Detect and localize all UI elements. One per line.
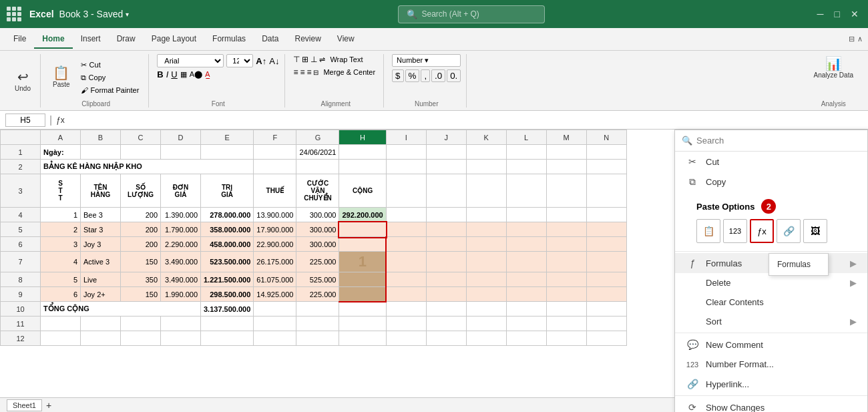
cell-a5[interactable]: 2 — [41, 222, 81, 237]
tab-data[interactable]: Data — [254, 30, 286, 49]
cell-n9[interactable] — [586, 287, 626, 302]
col-header-l[interactable]: L — [506, 130, 546, 145]
align-bottom-button[interactable]: ⊥ — [310, 54, 317, 65]
cell-h7[interactable]: 1 — [339, 252, 386, 272]
cell-f1[interactable] — [254, 145, 296, 160]
cell-g9[interactable]: 225.000 — [296, 287, 339, 302]
context-menu-delete[interactable]: Delete ▶ — [675, 273, 867, 292]
cell-e9[interactable]: 298.500.000 — [201, 287, 254, 302]
context-menu-sort[interactable]: Sort ▶ — [675, 312, 867, 331]
cell-d9[interactable]: 1.990.000 — [161, 287, 201, 302]
cell-e10[interactable]: 3.137.500.000 — [201, 302, 254, 317]
context-menu-copy[interactable]: ⧉ Copy — [675, 172, 867, 192]
cell-l5[interactable] — [506, 222, 546, 237]
restore-icon[interactable]: □ — [832, 6, 843, 22]
cell-l7[interactable] — [506, 252, 546, 272]
cell-n8[interactable] — [586, 272, 626, 287]
formula-input[interactable] — [69, 116, 863, 125]
shrink-font-button[interactable]: A↓ — [269, 56, 279, 66]
cell-n10[interactable] — [586, 302, 626, 317]
fill-color-button[interactable]: A⬤ — [190, 70, 202, 79]
cell-d4[interactable]: 1.390.000 — [161, 208, 201, 222]
cell-f5[interactable]: 17.900.000 — [254, 222, 296, 237]
cell-k10[interactable] — [466, 302, 506, 317]
cell-m10[interactable] — [546, 302, 586, 317]
cell-f10[interactable] — [254, 302, 296, 317]
cell-g7[interactable]: 225.000 — [296, 252, 339, 272]
cell-b7[interactable]: Active 3 — [81, 252, 121, 272]
decrease-decimal-button[interactable]: 0. — [447, 69, 461, 82]
cell-d6[interactable]: 2.290.000 — [161, 237, 201, 252]
cell-i3[interactable] — [386, 174, 426, 208]
col-header-h[interactable]: H — [339, 130, 386, 145]
cell-f4[interactable]: 13.900.000 — [254, 208, 296, 222]
cell-h5[interactable] — [339, 222, 386, 237]
cell-f7[interactable]: 26.175.000 — [254, 252, 296, 272]
cell-h1[interactable] — [339, 145, 386, 160]
cell-k7[interactable] — [466, 252, 506, 272]
cell-c3[interactable]: SỐLƯỢNG — [121, 174, 161, 208]
cell-i4[interactable] — [386, 208, 426, 222]
tab-page-layout[interactable]: Page Layout — [144, 30, 204, 49]
cut-button[interactable]: ✂Cut — [77, 59, 144, 71]
cell-c4[interactable]: 200 — [121, 208, 161, 222]
cell-reference-box[interactable]: H5 — [5, 114, 45, 127]
cell-j4[interactable] — [426, 208, 466, 222]
cell-k9[interactable] — [466, 287, 506, 302]
underline-button[interactable]: U — [171, 69, 177, 79]
cell-g2[interactable] — [296, 160, 339, 174]
cell-a7[interactable]: 4 — [41, 252, 81, 272]
cell-e4[interactable]: 278.000.000 — [201, 208, 254, 222]
cell-d8[interactable]: 3.490.000 — [161, 272, 201, 287]
merge-center-button[interactable]: ⊟ — [313, 67, 318, 77]
wrap-text-button[interactable]: ⇌ — [319, 54, 325, 65]
col-header-j[interactable]: J — [426, 130, 466, 145]
undo-button[interactable]: ↩ Undo — [11, 67, 35, 95]
title-search-box[interactable]: 🔍 Search (Alt + Q) — [398, 5, 545, 23]
cell-n2[interactable] — [586, 160, 626, 174]
border-button[interactable]: ▦ — [180, 70, 187, 79]
cell-k2[interactable] — [466, 160, 506, 174]
cell-f9[interactable]: 14.925.000 — [254, 287, 296, 302]
cell-g6[interactable]: 300.000 — [296, 237, 339, 252]
cell-c5[interactable]: 200 — [121, 222, 161, 237]
increase-decimal-button[interactable]: .0 — [431, 69, 445, 82]
cell-h9[interactable] — [339, 287, 386, 302]
cell-m6[interactable] — [546, 237, 586, 252]
cell-b6[interactable]: Joy 3 — [81, 237, 121, 252]
cell-e3[interactable]: TRỊGIÁ — [201, 174, 254, 208]
number-format-display[interactable]: Number ▾ — [392, 54, 461, 67]
align-top-button[interactable]: ⊤ — [293, 54, 300, 65]
cell-i7[interactable] — [386, 252, 426, 272]
tab-insert[interactable]: Insert — [73, 30, 109, 49]
col-header-i[interactable]: I — [386, 130, 426, 145]
cell-a9[interactable]: 6 — [41, 287, 81, 302]
cell-b1[interactable] — [81, 145, 121, 160]
cell-b3[interactable]: TÊNHÀNG — [81, 174, 121, 208]
cell-m4[interactable] — [546, 208, 586, 222]
cell-f6[interactable]: 22.900.000 — [254, 237, 296, 252]
cell-l9[interactable] — [506, 287, 546, 302]
cell-m1[interactable] — [546, 145, 586, 160]
submenu-formulas-item[interactable]: Formulas — [769, 256, 828, 272]
cell-j7[interactable] — [426, 252, 466, 272]
book-dropdown-arrow[interactable]: ▾ — [126, 11, 129, 18]
cell-m7[interactable] — [546, 252, 586, 272]
tab-draw[interactable]: Draw — [109, 30, 144, 49]
format-painter-button[interactable]: 🖌Format Painter — [77, 85, 144, 95]
col-header-c[interactable]: C — [121, 130, 161, 145]
cell-g1[interactable]: 24/06/2021 — [296, 145, 339, 160]
paste-button[interactable]: 📋 Paste — [49, 63, 74, 91]
copy-button[interactable]: ⧉Copy — [77, 72, 144, 83]
italic-button[interactable]: I — [166, 69, 169, 79]
font-color-button[interactable]: A̲ — [205, 70, 210, 79]
cell-g8[interactable]: 525.000 — [296, 272, 339, 287]
cell-l6[interactable] — [506, 237, 546, 252]
cell-l1[interactable] — [506, 145, 546, 160]
sheet-tab[interactable]: Sheet1 — [7, 399, 42, 411]
cell-k1[interactable] — [466, 145, 506, 160]
context-menu-cut[interactable]: ✂ Cut — [675, 152, 867, 172]
cell-j1[interactable] — [426, 145, 466, 160]
cell-c1[interactable] — [121, 145, 161, 160]
cell-e7[interactable]: 523.500.000 — [201, 252, 254, 272]
